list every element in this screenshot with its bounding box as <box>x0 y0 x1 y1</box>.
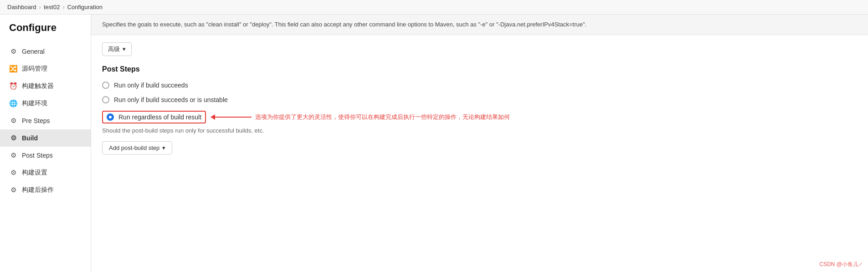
sidebar-item-poststeps[interactable]: ⚙ Post Steps <box>0 147 91 164</box>
sidebar-item-presteps-label: Pre Steps <box>22 117 50 124</box>
arrow-line <box>215 117 252 118</box>
post-steps-section: Post Steps Run only if build succeeds Ru… <box>102 65 857 154</box>
env-icon: 🌐 <box>9 99 17 108</box>
sidebar-item-source-label: 源码管理 <box>22 65 47 73</box>
annotation-text: 选项为你提供了更大的灵活性，使得你可以在构建完成后执行一些特定的操作，无论构建结… <box>255 113 510 121</box>
advanced-button[interactable]: 高级 ▾ <box>102 42 132 56</box>
sidebar-item-poststeps-label: Post Steps <box>22 152 53 159</box>
radio-circle-stable <box>102 96 109 103</box>
radio-label-always: Run regardless of build result <box>118 113 201 121</box>
build-icon: ⚙ <box>9 134 17 142</box>
breadcrumb-dashboard[interactable]: Dashboard <box>7 4 36 10</box>
radio-run-success[interactable]: Run only if build succeeds <box>102 82 857 89</box>
sidebar-item-buildsettings[interactable]: ⚙ 构建设置 <box>0 164 91 181</box>
presteps-icon: ⚙ <box>9 117 17 125</box>
add-step-label: Add post-build step <box>109 144 159 151</box>
advanced-label: 高级 <box>108 45 120 53</box>
post-steps-description: Should the post-build steps run only for… <box>102 127 857 134</box>
sidebar-item-env-label: 构建环境 <box>22 99 47 108</box>
sidebar-item-general-label: General <box>22 48 45 55</box>
radio-circle-always <box>107 113 114 121</box>
poststeps-icon: ⚙ <box>9 151 17 159</box>
radio-label-stable: Run only if build succeeds or is unstabl… <box>114 96 228 103</box>
chevron-down-icon: ▾ <box>123 46 126 52</box>
breadcrumb-sep-2: › <box>62 4 64 10</box>
info-box: Specifies the goals to execute, such as … <box>91 15 868 35</box>
dropdown-arrow-icon: ▾ <box>162 144 165 151</box>
postbuild-icon: ⚙ <box>9 186 17 194</box>
sidebar-item-build[interactable]: ⚙ Build <box>0 129 91 147</box>
radio-run-always[interactable]: Run regardless of build result <box>102 111 206 123</box>
breadcrumb-sep-1: › <box>39 4 41 10</box>
content-area: Specifies the goals to execute, such as … <box>91 15 868 272</box>
trigger-icon: ⏰ <box>9 82 17 90</box>
sidebar-item-buildsettings-label: 构建设置 <box>22 169 47 177</box>
watermark: CSDN @小鱼儿♂ <box>819 261 863 268</box>
annotation-row: Run regardless of build result 选项为你提供了更大… <box>102 111 857 123</box>
annotation-arrow <box>211 114 252 120</box>
sidebar-item-env[interactable]: 🌐 构建环境 <box>0 95 91 112</box>
main-layout: Configure ⚙ General 🔀 源码管理 ⏰ 构建触发器 🌐 构建环… <box>0 15 868 272</box>
sidebar-item-postbuild[interactable]: ⚙ 构建后操作 <box>0 181 91 199</box>
sidebar-item-postbuild-label: 构建后操作 <box>22 186 54 194</box>
buildsettings-icon: ⚙ <box>9 169 17 177</box>
source-icon: 🔀 <box>9 65 17 73</box>
post-steps-title: Post Steps <box>102 65 857 73</box>
info-box-text: Specifies the goals to execute, such as … <box>102 21 586 28</box>
add-post-build-step-button[interactable]: Add post-build step ▾ <box>102 141 172 154</box>
sidebar-item-triggers[interactable]: ⏰ 构建触发器 <box>0 77 91 95</box>
sidebar-item-build-label: Build <box>22 134 38 142</box>
sidebar-item-source[interactable]: 🔀 源码管理 <box>0 60 91 77</box>
sidebar-item-presteps[interactable]: ⚙ Pre Steps <box>0 112 91 129</box>
arrowhead-icon <box>211 114 215 120</box>
sidebar-title: Configure <box>0 22 91 43</box>
radio-run-stable[interactable]: Run only if build succeeds or is unstabl… <box>102 96 857 103</box>
gear-icon: ⚙ <box>9 47 17 56</box>
content-inner: 高级 ▾ Post Steps Run only if build succee… <box>91 35 868 165</box>
breadcrumb-configuration[interactable]: Configuration <box>67 4 103 10</box>
radio-circle-success <box>102 82 109 89</box>
sidebar-item-triggers-label: 构建触发器 <box>22 82 54 90</box>
breadcrumb: Dashboard › test02 › Configuration <box>0 0 868 15</box>
sidebar: Configure ⚙ General 🔀 源码管理 ⏰ 构建触发器 🌐 构建环… <box>0 15 91 272</box>
breadcrumb-test02[interactable]: test02 <box>44 4 60 10</box>
sidebar-item-general[interactable]: ⚙ General <box>0 43 91 60</box>
radio-label-success: Run only if build succeeds <box>114 82 188 89</box>
